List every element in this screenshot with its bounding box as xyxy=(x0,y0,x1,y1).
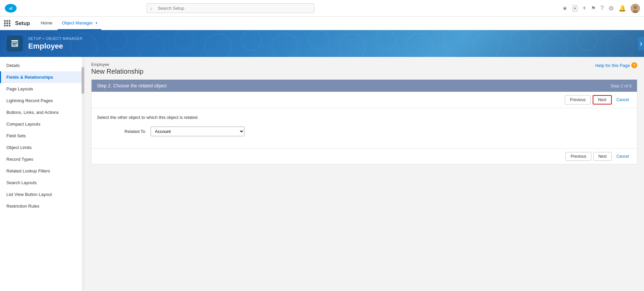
step-description: Select the other object to which this ob… xyxy=(97,115,632,120)
related-to-control: Account Contact Lead Opportunity Case Ca… xyxy=(151,127,245,136)
nav-item-home[interactable]: Home xyxy=(37,17,56,30)
header-text: SETUP > OBJECT MANAGER Employee xyxy=(28,37,83,51)
sidebar-scrollbar xyxy=(82,57,84,291)
sidebar-item-field-sets[interactable]: Field Sets xyxy=(0,130,84,142)
sidebar-item-search-layouts[interactable]: Search Layouts xyxy=(0,177,84,189)
object-icon xyxy=(7,35,23,52)
step-title: Step 2. Choose the related object xyxy=(97,83,167,88)
search-container: ⌕ xyxy=(147,3,314,13)
search-icon: ⌕ xyxy=(150,6,152,11)
page-title: Employee xyxy=(28,42,83,51)
sidebar-item-fields-relationships[interactable]: Fields & Relationships xyxy=(0,71,84,83)
new-relationship-title: New Relationship xyxy=(91,68,144,75)
sidebar-item-restriction-rules[interactable]: Restriction Rules xyxy=(0,200,84,212)
main-content: Details Fields & Relationships Page Layo… xyxy=(0,57,644,291)
breadcrumb-object-manager[interactable]: OBJECT MANAGER xyxy=(46,37,83,41)
top-nav-actions: ★ ▾ + ⚑ ? ⚙ 🔔 xyxy=(562,4,640,13)
add-icon[interactable]: + xyxy=(582,4,586,12)
secondary-navigation: Setup Home Object Manager ▾ xyxy=(0,17,644,30)
svg-text:sf: sf xyxy=(9,6,12,10)
page-header-left: Employee New Relationship xyxy=(91,62,144,75)
help-link[interactable]: Help for this Page ? xyxy=(595,62,637,68)
dropdown-icon[interactable]: ▾ xyxy=(572,5,578,12)
collapse-button[interactable]: ❯ xyxy=(638,37,644,50)
bell-icon[interactable]: 🔔 xyxy=(619,5,626,12)
sidebar-item-list-view-button-layout[interactable]: List View Button Layout xyxy=(0,189,84,200)
sidebar-item-page-layouts[interactable]: Page Layouts xyxy=(0,83,84,95)
nav-item-object-manager[interactable]: Object Manager ▾ xyxy=(58,17,101,30)
step-number: Step 2 of 6 xyxy=(610,83,632,88)
previous-button-top[interactable]: Previous xyxy=(565,95,591,104)
app-launcher-icon[interactable] xyxy=(4,20,10,26)
related-to-select[interactable]: Account Contact Lead Opportunity Case Ca… xyxy=(151,127,245,136)
star-icon[interactable]: ★ xyxy=(562,5,568,12)
cancel-button-bottom[interactable]: Cancel xyxy=(614,152,632,161)
related-to-row: Related To Account Contact Lead Opportun… xyxy=(97,127,632,136)
help-icon-badge: ? xyxy=(631,62,637,68)
search-input[interactable] xyxy=(147,3,314,13)
sidebar-item-details[interactable]: Details xyxy=(0,60,84,71)
step-body: Select the other object to which this ob… xyxy=(92,108,637,148)
sidebar-item-compact-layouts[interactable]: Compact Layouts xyxy=(0,118,84,130)
top-navigation: sf ⌕ ★ ▾ + ⚑ ? ⚙ 🔔 xyxy=(0,0,644,17)
object-label: Employee xyxy=(91,62,144,67)
settings-icon[interactable]: ⚙ xyxy=(608,5,614,12)
header-banner: SETUP > OBJECT MANAGER Employee ❯ xyxy=(0,30,644,57)
step-header: Step 2. Choose the related object Step 2… xyxy=(92,80,637,92)
svg-rect-8 xyxy=(12,45,16,45)
previous-button-bottom[interactable]: Previous xyxy=(566,152,591,161)
step-footer-actions: Previous Next Cancel xyxy=(92,148,637,164)
step-panel: Step 2. Choose the related object Step 2… xyxy=(91,79,637,164)
step-top-actions: Previous Next Cancel xyxy=(92,92,637,108)
next-button-top[interactable]: Next xyxy=(593,95,612,104)
sidebar-scrollbar-thumb xyxy=(82,67,84,94)
sidebar-item-buttons-links-actions[interactable]: Buttons, Links, and Actions xyxy=(0,106,84,118)
avatar[interactable] xyxy=(631,4,640,13)
flag-icon[interactable]: ⚑ xyxy=(591,5,596,11)
salesforce-logo[interactable]: sf xyxy=(4,4,17,13)
related-to-label: Related To xyxy=(97,129,151,134)
sidebar: Details Fields & Relationships Page Layo… xyxy=(0,57,85,291)
page-header: Employee New Relationship Help for this … xyxy=(91,62,637,75)
sidebar-item-record-types[interactable]: Record Types xyxy=(0,153,84,165)
content-area: Employee New Relationship Help for this … xyxy=(85,57,644,291)
svg-rect-7 xyxy=(12,43,17,44)
help-icon[interactable]: ? xyxy=(600,5,604,12)
sidebar-item-related-lookup-filters[interactable]: Related Lookup Filters xyxy=(0,165,84,177)
app-name: Setup xyxy=(15,20,30,26)
breadcrumb: SETUP > OBJECT MANAGER xyxy=(28,37,83,41)
sidebar-item-object-limits[interactable]: Object Limits xyxy=(0,142,84,153)
breadcrumb-setup[interactable]: SETUP xyxy=(28,37,41,41)
svg-point-3 xyxy=(634,6,637,9)
svg-rect-5 xyxy=(11,40,18,42)
next-button-bottom[interactable]: Next xyxy=(593,152,612,161)
cancel-button-top[interactable]: Cancel xyxy=(614,95,632,104)
chevron-down-icon: ▾ xyxy=(96,21,97,25)
sidebar-nav: Details Fields & Relationships Page Layo… xyxy=(0,57,84,215)
sidebar-item-lightning-record-pages[interactable]: Lightning Record Pages xyxy=(0,95,84,106)
